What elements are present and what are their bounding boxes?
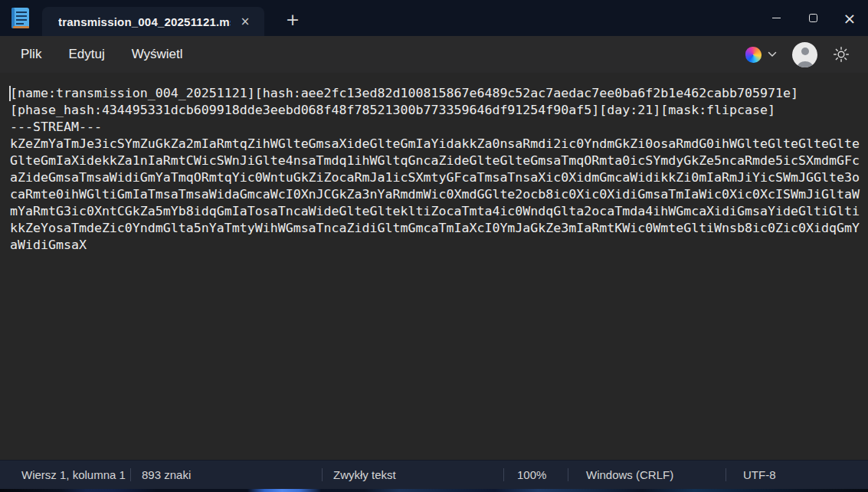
title-bar: transmission_004_20251121.mst × + × (0, 0, 868, 36)
status-line-endings: Windows (CRLF) (568, 461, 726, 489)
editor-line: [phase_hash:434495331dcb609918dde3eebd06… (10, 102, 868, 119)
status-zoom-level[interactable]: 100% (504, 461, 568, 489)
editor-lines: [name:transmission_004_20251121][hash:ae… (10, 85, 868, 254)
status-bar: Wiersz 1, kolumna 1 893 znaki Zwykły tek… (0, 460, 868, 489)
editor-line: [name:transmission_004_20251121][hash:ae… (10, 85, 868, 102)
menu-edit[interactable]: Edytuj (58, 41, 114, 67)
editor-line: caRmte0ihWGltiGmIaTmsaTmsaWidaGmcaWcI0Xn… (10, 186, 868, 203)
status-encoding: UTF-8 (726, 461, 868, 489)
document-tab[interactable]: transmission_004_20251121.mst × (42, 7, 264, 36)
account-button[interactable] (792, 42, 817, 67)
tab-close-icon[interactable]: × (235, 11, 255, 31)
text-editor[interactable]: [name:transmission_004_20251121][hash:ae… (0, 73, 868, 460)
status-character-count: 893 znaki (131, 461, 322, 489)
minimize-button[interactable] (758, 0, 794, 36)
copilot-icon (745, 47, 762, 63)
status-document-type: Zwykły tekst (323, 461, 503, 489)
editor-line: mYaRmtG3ic0XntCGkZa5mYb8idqGmIaTosaTncaW… (10, 203, 868, 220)
minimize-icon (772, 18, 781, 19)
menu-view[interactable]: Wyświetl (122, 41, 193, 67)
editor-line: GlteGmIaXidekkZa1nIaRmtCWicSWnJiGlte4nsa… (10, 153, 868, 169)
editor-line: aWidiGmsaX (10, 237, 868, 254)
text-caret (9, 86, 11, 101)
maximize-button[interactable] (794, 0, 831, 36)
gear-icon (833, 46, 850, 63)
new-tab-button[interactable]: + (280, 8, 305, 33)
person-icon (801, 48, 809, 55)
editor-line: ---STREAM--- (10, 119, 868, 136)
maximize-icon (809, 14, 817, 22)
chevron-down-icon (768, 51, 777, 57)
editor-line: kZeZmYaTmJe3icSYmZuGkZa2mIaRmtqZihWGlteG… (10, 136, 868, 153)
menu-bar-actions (741, 36, 868, 73)
editor-line: aZideGmsaTmsaWidiGmYaTmqORmtqYic0WntuGkZ… (10, 169, 868, 186)
editor-line: kkZeYosaTmdeZic0YndmGlta5nYaTmtyWihWGmsa… (10, 220, 868, 237)
tab-title: transmission_004_20251121.mst (58, 15, 231, 28)
menu-bar: Plik Edytuj Wyświetl (0, 36, 868, 73)
close-button[interactable]: × (831, 0, 868, 36)
window-controls: × (758, 0, 868, 36)
window-bottom-edge (0, 489, 868, 492)
copilot-button[interactable] (741, 44, 781, 66)
settings-button[interactable] (828, 41, 854, 67)
notepad-window: transmission_004_20251121.mst × + × Plik… (0, 0, 868, 492)
notepad-app-icon (11, 7, 30, 29)
close-icon: × (843, 11, 857, 26)
menu-file[interactable]: Plik (11, 41, 51, 67)
status-cursor-position: Wiersz 1, kolumna 1 (0, 461, 130, 489)
